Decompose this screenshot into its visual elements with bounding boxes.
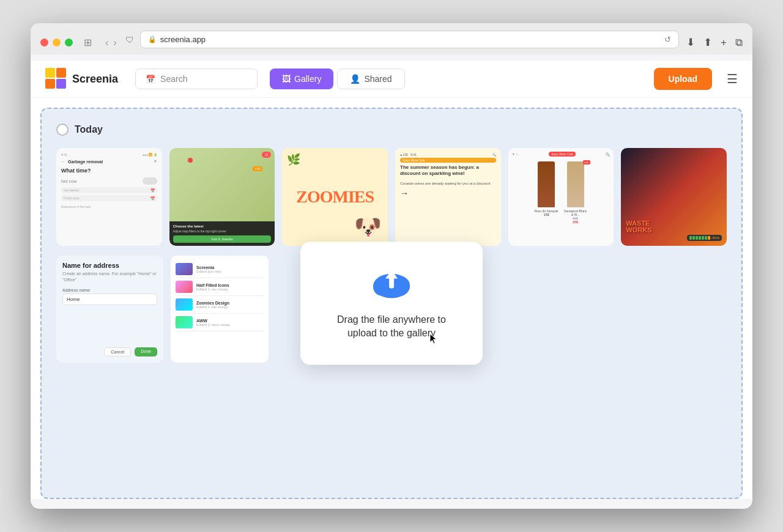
close-button[interactable] — [40, 39, 48, 46]
section-checkbox[interactable] — [56, 124, 69, 136]
svg-point-5 — [373, 279, 390, 296]
logo-icon — [45, 68, 67, 90]
tab-shared[interactable]: 👤 Shared — [337, 68, 404, 89]
file-name: Zoomies Design — [196, 301, 264, 305]
tab-gallery[interactable]: 🖼 Gallery — [270, 68, 333, 89]
nav-tabs: 🖼 Gallery 👤 Shared — [270, 68, 405, 89]
search-label: Search — [160, 74, 187, 84]
download-icon[interactable]: ⬇ — [686, 36, 695, 49]
app-header: Screenia 📅 Search 🖼 Gallery 👤 Shared Upl… — [31, 61, 752, 98]
new-tab-icon[interactable]: + — [721, 37, 727, 49]
minimize-button[interactable] — [53, 39, 61, 46]
gallery-card-garbage-app[interactable]: 9:41 ●●● 📶 🔋 ← Garbage removal ✕ What ti… — [56, 148, 162, 246]
gallery-card-game[interactable]: WASTEWORKS -40% — [621, 148, 727, 246]
section-title: Today — [75, 124, 103, 135]
url-text: screenia.app — [160, 35, 206, 44]
upload-cloud-icon — [369, 267, 414, 301]
tab-gallery-label: Gallery — [294, 74, 321, 84]
drag-text: Drag the file anywhere to upload to the … — [337, 313, 446, 341]
file-name: Half Filled Icons — [196, 283, 264, 287]
file-item[interactable]: Screenia Edited just now — [176, 260, 264, 278]
file-name: Screenia — [196, 265, 264, 270]
gallery-card-file-list[interactable]: Screenia Edited just now Half Filled Ico… — [171, 256, 269, 363]
file-time: Edited 1 час назад — [196, 287, 264, 291]
upload-button[interactable]: Upload — [654, 68, 712, 90]
maximize-button[interactable] — [65, 39, 73, 46]
search-bar[interactable]: 📅 Search — [135, 68, 258, 89]
hamburger-menu-icon[interactable]: ☰ — [727, 72, 738, 86]
file-item[interactable]: Half Filled Icons Edited 1 час назад — [176, 278, 264, 296]
svg-rect-1 — [56, 68, 66, 78]
nav-arrows: ‹ › — [104, 37, 118, 48]
gallery-card-zoomies[interactable]: ZOOMIES 🐶 🌿 — [282, 148, 388, 246]
gallery-card-wine-sale[interactable]: ● LTE 9:41 🔍 Easy Wine Club The summer s… — [395, 148, 501, 246]
file-time: Edited just now — [196, 270, 264, 273]
privacy-icon: 🛡 — [125, 35, 134, 45]
address-bar[interactable]: 🔒 screenia.app ↺ — [140, 31, 679, 48]
gallery-card-address-form[interactable]: Name for address Create an address name.… — [56, 256, 163, 363]
gallery-card-map[interactable]: 12 100 Choose the latest Adjust map filt… — [169, 148, 275, 246]
share-icon[interactable]: ⬆ — [703, 36, 712, 49]
tab-overview-icon[interactable]: ⧉ — [735, 37, 743, 49]
svg-rect-3 — [45, 68, 55, 78]
file-time: Edited 2 часа назад — [196, 323, 264, 327]
tab-shared-label: Shared — [364, 74, 392, 84]
search-icon: 📅 — [146, 75, 155, 84]
reload-icon[interactable]: ↺ — [664, 35, 671, 44]
shared-icon: 👤 — [350, 74, 360, 84]
svg-rect-2 — [56, 79, 66, 89]
gallery-icon: 🖼 — [282, 74, 291, 84]
gallery-card-wine-bottles[interactable]: ▼ ↑↓ Easy Wine Club 🔍 Rosu de Kazayak 15… — [508, 148, 614, 246]
file-item[interactable]: AWW Edited 2 часа назад — [176, 314, 264, 331]
logo-text: Screenia — [72, 73, 118, 86]
sidebar-toggle-icon[interactable]: ⊞ — [84, 37, 92, 48]
forward-button[interactable]: › — [112, 37, 117, 48]
drag-upload-overlay: Drag the file anywhere to upload to the … — [300, 242, 483, 365]
file-item[interactable]: Zoomies Design Edited 1 час назад — [176, 296, 264, 314]
file-name: AWW — [196, 319, 264, 323]
back-button[interactable]: ‹ — [104, 37, 109, 48]
section-header: Today — [56, 124, 727, 136]
traffic-lights — [40, 39, 73, 46]
logo-area: Screenia — [45, 68, 118, 90]
svg-rect-0 — [45, 79, 55, 89]
gallery-top-row: 9:41 ●●● 📶 🔋 ← Garbage removal ✕ What ti… — [56, 148, 727, 246]
browser-chrome: ⊞ ‹ › 🛡 🔒 screenia.app ↺ ⬇ ⬆ + ⧉ — [31, 23, 752, 54]
main-content[interactable]: Today 9:41 ●●● 📶 🔋 ← Garbage removal ✕ — [40, 108, 743, 499]
lock-icon: 🔒 — [148, 35, 157, 43]
file-time: Edited 1 час назад — [196, 305, 264, 309]
browser-actions: ⬇ ⬆ + ⧉ — [686, 36, 743, 49]
browser-window: ⊞ ‹ › 🛡 🔒 screenia.app ↺ ⬇ ⬆ + ⧉ — [31, 23, 752, 509]
browser-content: Screenia 📅 Search 🖼 Gallery 👤 Shared Upl… — [31, 61, 752, 499]
